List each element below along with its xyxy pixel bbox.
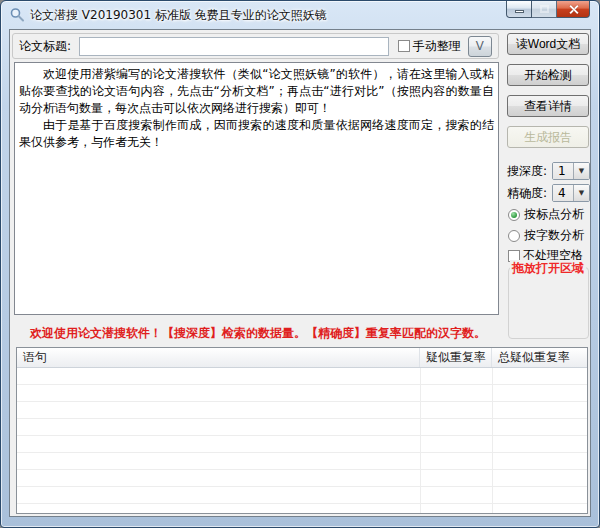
view-details-button[interactable]: 查看详情: [507, 95, 589, 117]
chevron-down-icon[interactable]: ▼: [573, 185, 589, 201]
column-header-total-suspect-rate[interactable]: 总疑似重复率: [492, 348, 587, 367]
results-table-header: 语句 疑似重复率 总疑似重复率: [17, 348, 587, 368]
precision-select[interactable]: 4 ▼: [552, 184, 590, 202]
precision-row: 精确度: 4 ▼: [507, 184, 590, 202]
minimize-icon: [515, 10, 524, 13]
generate-report-button: 生成报告: [507, 126, 589, 148]
radio-wordcount-label: 按字数分析: [524, 227, 584, 244]
search-depth-row: 搜深度: 1 ▼: [507, 162, 590, 180]
maximize-icon: [540, 5, 549, 13]
maximize-button: [532, 1, 557, 18]
close-button[interactable]: [557, 1, 590, 18]
search-depth-label: 搜深度:: [507, 163, 547, 180]
disclaimer-paragraph: 由于是基于百度搜索制作而成，因而搜索的速度和质量依据网络速度而定，搜索的结果仅供…: [19, 117, 494, 151]
precision-label: 精确度:: [507, 185, 547, 202]
window-controls: [506, 1, 590, 18]
precision-value: 4: [553, 185, 573, 201]
app-window: 论文潜搜 V20190301 标准版 免费且专业的论文照妖镜 论文标题: 手动: [0, 0, 600, 528]
read-word-button[interactable]: 读Word文档: [507, 33, 589, 55]
analyze-by-punctuation-option[interactable]: 按标点分析: [508, 206, 584, 223]
content-textarea[interactable]: 欢迎使用潜紫编写的论文潜搜软件（类似“论文照妖镜”的软件），请在这里输入或粘贴你…: [14, 62, 499, 315]
drag-drop-zone[interactable]: 拖放打开区域: [508, 267, 589, 339]
close-icon: [568, 4, 579, 15]
radio-wordcount[interactable]: [508, 230, 520, 242]
analyze-by-wordcount-option[interactable]: 按字数分析: [508, 227, 584, 244]
dropdown-v-button[interactable]: V: [468, 36, 492, 57]
radio-punctuation[interactable]: [508, 209, 520, 221]
paper-title-label: 论文标题:: [19, 38, 71, 55]
column-divider: [492, 368, 493, 513]
manual-organize-checkbox[interactable]: [398, 40, 410, 52]
column-header-suspect-rate[interactable]: 疑似重复率: [420, 348, 492, 367]
radio-punctuation-label: 按标点分析: [524, 206, 584, 223]
window-title: 论文潜搜 V20190301 标准版 免费且专业的论文照妖镜: [30, 7, 327, 24]
start-check-button[interactable]: 开始检测: [507, 64, 589, 86]
client-area: 论文标题: 手动整理 V 欢迎使用潜紫编写的论文潜搜软件（类似“论文照妖镜”的软…: [9, 29, 591, 517]
status-message: 欢迎使用论文潜搜软件！【搜深度】检索的数据量。【精确度】重复率匹配的汉字数。: [30, 325, 500, 342]
search-icon: [9, 7, 25, 23]
results-table[interactable]: 语句 疑似重复率 总疑似重复率: [16, 347, 588, 514]
drag-drop-zone-label: 拖放打开区域: [510, 260, 586, 277]
search-depth-select[interactable]: 1 ▼: [552, 162, 590, 180]
welcome-paragraph: 欢迎使用潜紫编写的论文潜搜软件（类似“论文照妖镜”的软件），请在这里输入或粘贴你…: [19, 66, 494, 117]
minimize-button[interactable]: [506, 1, 532, 18]
results-table-body[interactable]: [17, 368, 587, 513]
titlebar[interactable]: 论文潜搜 V20190301 标准版 免费且专业的论文照妖镜: [1, 1, 599, 29]
column-divider: [420, 368, 421, 513]
title-row-panel: 论文标题: 手动整理 V: [12, 33, 499, 59]
chevron-down-icon[interactable]: ▼: [573, 163, 589, 179]
paper-title-input[interactable]: [79, 37, 389, 56]
column-header-sentence[interactable]: 语句: [17, 348, 420, 367]
search-depth-value: 1: [553, 163, 573, 179]
manual-organize-label: 手动整理: [413, 38, 461, 55]
